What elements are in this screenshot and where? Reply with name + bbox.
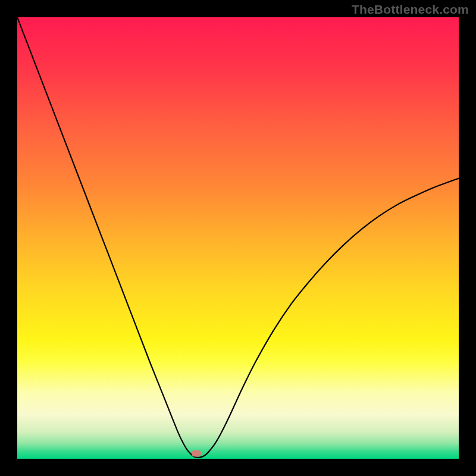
minimum-marker [192,450,201,457]
plot-area [17,17,459,459]
chart-frame: TheBottleneck.com [0,0,476,476]
bottleneck-curve [17,17,459,459]
watermark-text: TheBottleneck.com [352,2,469,17]
